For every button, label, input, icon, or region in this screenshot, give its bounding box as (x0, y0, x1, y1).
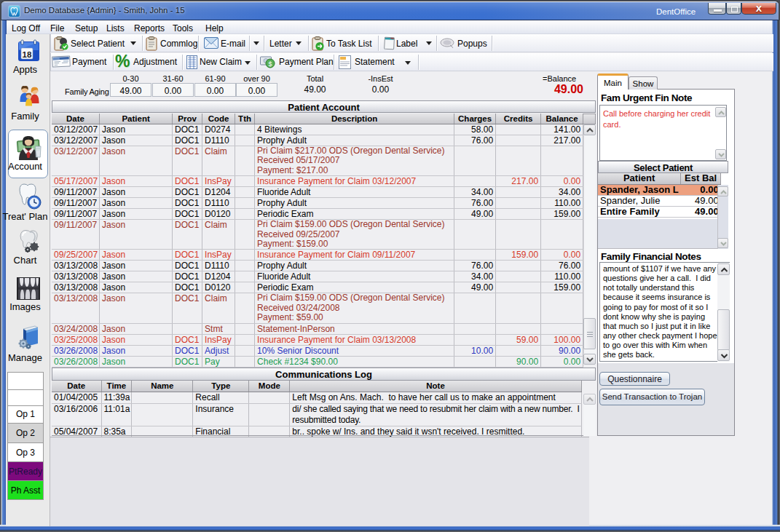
svg-text:18: 18 (23, 50, 32, 59)
svg-text:$: $ (268, 60, 272, 68)
